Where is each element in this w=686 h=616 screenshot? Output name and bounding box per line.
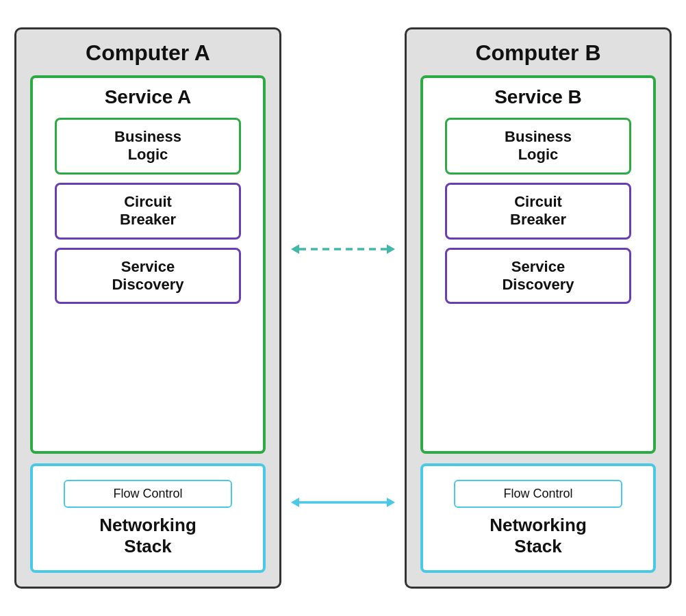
service-b-service-discovery: Service Discovery bbox=[445, 248, 631, 305]
svg-marker-0 bbox=[291, 244, 299, 254]
service-a-business-logic: Business Logic bbox=[55, 118, 240, 175]
computer-b-title: Computer B bbox=[475, 40, 600, 66]
diagram-container: Computer A Service A Business Logic Circ… bbox=[14, 14, 672, 602]
service-b-box: Service B Business Logic Circuit Breaker… bbox=[420, 75, 656, 454]
computer-a-box: Computer A Service A Business Logic Circ… bbox=[14, 27, 281, 589]
service-b-business-logic: Business Logic bbox=[445, 118, 631, 175]
arrows-area bbox=[281, 27, 405, 589]
dashed-arrow-svg bbox=[281, 240, 405, 259]
computer-b-flow-control: Flow Control bbox=[454, 480, 622, 508]
computer-a-title: Computer A bbox=[86, 40, 210, 66]
computer-b-box: Computer B Service B Business Logic Circ… bbox=[405, 27, 672, 589]
service-b-title: Service B bbox=[494, 86, 582, 108]
service-a-title: Service A bbox=[105, 86, 192, 108]
service-b-circuit-breaker: Circuit Breaker bbox=[445, 183, 631, 240]
svg-marker-5 bbox=[387, 498, 395, 507]
service-a-circuit-breaker: Circuit Breaker bbox=[55, 183, 240, 240]
svg-marker-3 bbox=[291, 498, 299, 507]
computer-b-networking-box: Flow Control Networking Stack bbox=[420, 463, 656, 573]
solid-arrow bbox=[281, 493, 405, 512]
computer-a-flow-control: Flow Control bbox=[64, 480, 232, 508]
dashed-arrow bbox=[281, 240, 405, 259]
solid-arrow-svg bbox=[281, 493, 405, 512]
computer-b-networking-title: Networking Stack bbox=[490, 515, 587, 557]
svg-marker-2 bbox=[387, 244, 395, 254]
service-a-box: Service A Business Logic Circuit Breaker… bbox=[30, 75, 266, 454]
computer-a-networking-box: Flow Control Networking Stack bbox=[30, 463, 266, 573]
service-a-service-discovery: Service Discovery bbox=[55, 248, 240, 305]
computer-a-networking-title: Networking Stack bbox=[99, 515, 196, 557]
